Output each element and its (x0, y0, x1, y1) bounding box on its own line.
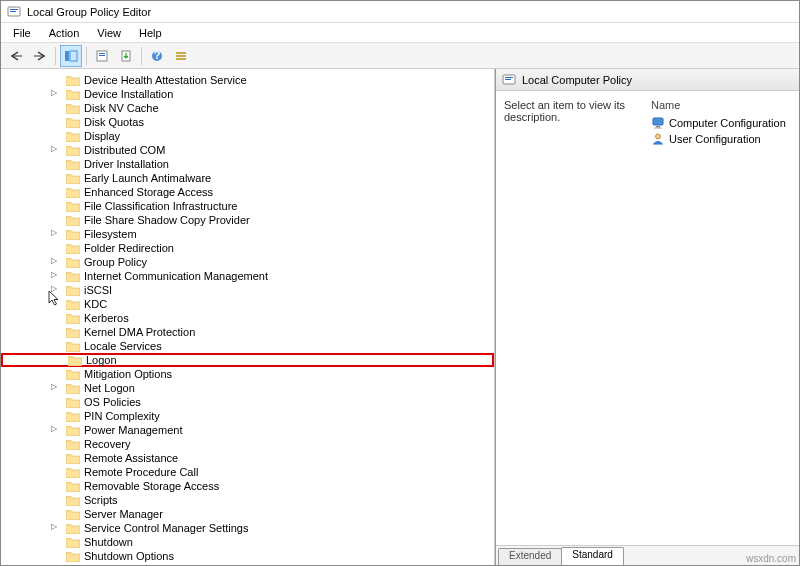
tree-pane[interactable]: Device Health Attestation ServiceDevice … (1, 69, 495, 565)
tree-item-label: Locale Services (84, 340, 162, 352)
expand-placeholder (53, 496, 62, 505)
tree-item[interactable]: Locale Services (1, 339, 494, 353)
tree-item-label: Kerberos (84, 312, 129, 324)
tree-item[interactable]: File Share Shadow Copy Provider (1, 213, 494, 227)
export-list-button[interactable] (115, 45, 137, 67)
toolbar-separator (86, 47, 87, 65)
tree-item[interactable]: Removable Storage Access (1, 479, 494, 493)
tree-item[interactable]: Enhanced Storage Access (1, 185, 494, 199)
tree-item[interactable]: Kerberos (1, 311, 494, 325)
tree-item[interactable]: Remote Assistance (1, 451, 494, 465)
tree-item[interactable]: Recovery (1, 437, 494, 451)
expand-placeholder (53, 188, 62, 197)
expand-placeholder (53, 370, 62, 379)
show-hide-tree-button[interactable] (60, 45, 82, 67)
tree-item[interactable]: Shutdown Options (1, 549, 494, 563)
folder-icon (66, 201, 80, 212)
folder-icon (66, 411, 80, 422)
menu-view[interactable]: View (89, 25, 129, 41)
tree-item[interactable]: Filesystem (1, 227, 494, 241)
tree-item-label: Shutdown (84, 536, 133, 548)
folder-icon (66, 523, 80, 534)
expand-icon[interactable] (53, 258, 62, 267)
expand-placeholder (53, 482, 62, 491)
expand-icon[interactable] (53, 286, 62, 295)
tree-item[interactable]: Disk Quotas (1, 115, 494, 129)
tree-item[interactable]: KDC (1, 297, 494, 311)
tree-item[interactable]: Disk NV Cache (1, 101, 494, 115)
folder-icon (66, 187, 80, 198)
tab-standard[interactable]: Standard (561, 547, 624, 565)
tree-item-label: Kernel DMA Protection (84, 326, 195, 338)
tab-extended[interactable]: Extended (498, 548, 562, 565)
expand-icon[interactable] (53, 384, 62, 393)
name-column-header[interactable]: Name (651, 99, 791, 111)
folder-icon (66, 173, 80, 184)
menu-help[interactable]: Help (131, 25, 170, 41)
svg-rect-16 (176, 55, 186, 57)
folder-icon (66, 285, 80, 296)
tree-item[interactable]: Scripts (1, 493, 494, 507)
expand-placeholder (53, 216, 62, 225)
tree-item-label: Logon (86, 354, 117, 366)
expand-icon[interactable] (53, 426, 62, 435)
details-body: Select an item to view its description. … (496, 91, 799, 545)
folder-icon (66, 327, 80, 338)
tree-item-label: File Classification Infrastructure (84, 200, 237, 212)
tree-item[interactable]: Power Management (1, 423, 494, 437)
tree-item[interactable]: PIN Complexity (1, 409, 494, 423)
tree-item[interactable]: Device Health Attestation Service (1, 73, 494, 87)
expand-icon[interactable] (53, 230, 62, 239)
folder-icon (66, 509, 80, 520)
tree-item[interactable]: OS Policies (1, 395, 494, 409)
tree-item[interactable]: Group Policy (1, 255, 494, 269)
tree-item-label: File Share Shadow Copy Provider (84, 214, 250, 226)
expand-placeholder (53, 118, 62, 127)
tree-item[interactable]: Distributed COM (1, 143, 494, 157)
tree-item-label: Filesystem (84, 228, 137, 240)
folder-icon (66, 439, 80, 450)
tree-item[interactable]: Driver Installation (1, 157, 494, 171)
tree-item[interactable]: Server Manager (1, 507, 494, 521)
menu-file[interactable]: File (5, 25, 39, 41)
help-button[interactable]: ? (146, 45, 168, 67)
expand-placeholder (53, 160, 62, 169)
expand-placeholder (53, 454, 62, 463)
menu-action[interactable]: Action (41, 25, 88, 41)
user-icon (651, 132, 665, 146)
forward-button[interactable] (29, 45, 51, 67)
expand-placeholder (53, 314, 62, 323)
tree-item[interactable]: Display (1, 129, 494, 143)
toolbar-separator (141, 47, 142, 65)
expand-icon[interactable] (53, 272, 62, 281)
expand-icon[interactable] (53, 524, 62, 533)
tree-item[interactable]: Shutdown (1, 535, 494, 549)
tree-item-label: Remote Assistance (84, 452, 178, 464)
svg-rect-7 (65, 51, 69, 61)
folder-icon (66, 131, 80, 142)
tree-item[interactable]: Net Logon (1, 381, 494, 395)
list-item[interactable]: Computer Configuration (651, 115, 791, 131)
description-text: Select an item to view its description. (504, 99, 643, 545)
tree-item[interactable]: Mitigation Options (1, 367, 494, 381)
tree-item[interactable]: Folder Redirection (1, 241, 494, 255)
tree-item[interactable]: Logon (1, 353, 494, 367)
tree-item-label: Mitigation Options (84, 368, 172, 380)
tree-item[interactable]: Service Control Manager Settings (1, 521, 494, 535)
list-item[interactable]: User Configuration (651, 131, 791, 147)
back-button[interactable] (5, 45, 27, 67)
tree-item[interactable]: Internet Communication Management (1, 269, 494, 283)
details-header: Local Computer Policy (496, 69, 799, 91)
tree-item-label: OS Policies (84, 396, 141, 408)
tree-item[interactable]: Kernel DMA Protection (1, 325, 494, 339)
tree-item[interactable]: Device Installation (1, 87, 494, 101)
tree-item[interactable]: iSCSI (1, 283, 494, 297)
filter-button[interactable] (170, 45, 192, 67)
expand-icon[interactable] (53, 90, 62, 99)
expand-icon[interactable] (53, 146, 62, 155)
properties-button[interactable] (91, 45, 113, 67)
tree-item[interactable]: Remote Procedure Call (1, 465, 494, 479)
tree-item[interactable]: File Classification Infrastructure (1, 199, 494, 213)
folder-icon (66, 299, 80, 310)
tree-item[interactable]: Early Launch Antimalware (1, 171, 494, 185)
